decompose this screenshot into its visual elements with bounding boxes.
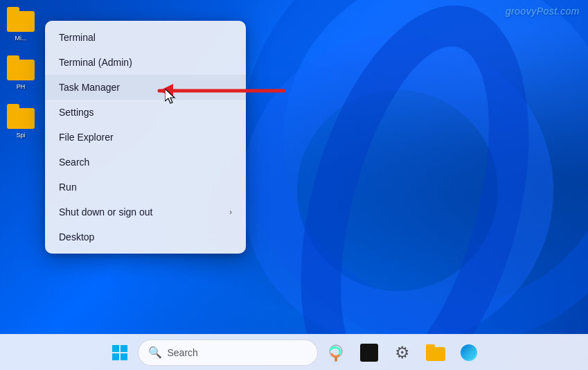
start-button[interactable] <box>105 337 135 368</box>
windows-logo-icon <box>112 344 128 361</box>
taskbar-black-app[interactable] <box>354 337 384 368</box>
folder-icon-2 <box>7 55 35 80</box>
menu-item-run[interactable]: Run <box>45 175 246 200</box>
svg-rect-6 <box>121 353 127 360</box>
folder-icon <box>426 344 445 361</box>
menu-item-file-explorer[interactable]: File Explorer <box>45 125 246 150</box>
folder-icon-1 <box>7 7 35 32</box>
submenu-arrow: › <box>229 207 232 217</box>
menu-item-shutdown[interactable]: Shut down or sign out › <box>45 200 246 224</box>
svg-rect-4 <box>121 345 127 352</box>
taskbar-settings-app[interactable]: ⚙ <box>387 337 418 368</box>
svg-rect-5 <box>112 353 119 360</box>
menu-item-search[interactable]: Search <box>45 150 246 175</box>
svg-rect-8 <box>335 357 337 362</box>
icon-label-2: PH <box>17 83 26 90</box>
menu-item-task-manager[interactable]: Task Manager <box>45 75 246 100</box>
svg-rect-3 <box>112 345 119 352</box>
paint-icon <box>326 343 346 362</box>
menu-item-desktop[interactable]: Desktop <box>45 224 246 249</box>
taskbar-paint-app[interactable] <box>321 337 351 368</box>
search-icon: 🔍 <box>148 346 162 359</box>
taskbar-file-explorer-app[interactable] <box>420 337 451 368</box>
taskbar-search-bar[interactable]: 🔍 Search <box>138 340 318 366</box>
icon-label-1: Mi... <box>15 35 27 42</box>
folder-icon-3 <box>7 104 35 129</box>
context-menu: Terminal Terminal (Admin) Task Manager S… <box>45 21 246 254</box>
desktop-icon-2[interactable]: PH <box>3 55 38 90</box>
desktop-icon-1[interactable]: Mi... <box>3 7 38 42</box>
gear-icon: ⚙ <box>395 343 410 362</box>
desktop: groovyPost.com Mi... PH Spi Terminal Ter… <box>0 0 588 370</box>
menu-item-terminal[interactable]: Terminal <box>45 25 246 50</box>
desktop-icons: Mi... PH Spi <box>0 0 42 146</box>
taskbar: 🔍 Search ⚙ <box>0 334 588 370</box>
menu-item-terminal-admin[interactable]: Terminal (Admin) <box>45 50 246 75</box>
black-app-icon <box>360 344 378 362</box>
icon-label-3: Spi <box>16 132 25 139</box>
menu-item-settings[interactable]: Settings <box>45 100 246 125</box>
taskbar-edge-app[interactable] <box>454 337 484 368</box>
search-label: Search <box>168 347 198 358</box>
desktop-icon-3[interactable]: Spi <box>3 104 38 139</box>
taskbar-center: 🔍 Search ⚙ <box>105 337 484 368</box>
watermark: groovyPost.com <box>506 6 580 17</box>
edge-icon <box>460 344 478 362</box>
